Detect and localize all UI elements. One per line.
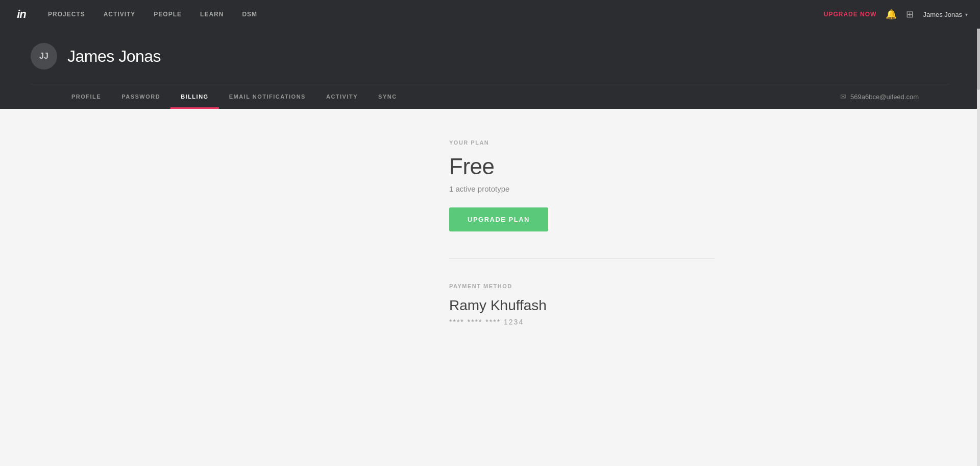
nav-projects[interactable]: PROJECTS <box>41 7 92 22</box>
tab-sync[interactable]: SYNC <box>368 84 407 109</box>
nav-activity[interactable]: ACTIVITY <box>96 7 143 22</box>
grid-icon[interactable]: ⊞ <box>906 9 914 20</box>
nav-right: UPGRADE NOW 🔔 ⊞ James Jonas ▾ <box>824 9 968 20</box>
payment-name: Ramy Khuffash <box>449 297 796 314</box>
your-plan-label: YOUR PLAN <box>449 139 796 146</box>
app-logo[interactable]: in <box>12 5 31 24</box>
email-address: 569a6bce@uifeed.com <box>850 93 919 101</box>
card-number: **** **** **** 1234 <box>449 318 796 326</box>
profile-name: James Jonas <box>67 47 161 66</box>
chevron-down-icon: ▾ <box>965 12 968 17</box>
user-name: James Jonas <box>923 11 962 18</box>
nav-dsm[interactable]: DSM <box>235 7 264 22</box>
avatar: JJ <box>31 43 57 69</box>
nav-learn[interactable]: LEARN <box>193 7 231 22</box>
notification-bell-icon[interactable]: 🔔 <box>886 9 897 20</box>
tab-password[interactable]: PASSWORD <box>111 84 170 109</box>
tab-activity[interactable]: ACTIVITY <box>316 84 368 109</box>
plan-description: 1 active prototype <box>449 184 796 193</box>
payment-method-section: PAYMENT METHOD Ramy Khuffash **** **** *… <box>449 283 796 326</box>
scrollbar[interactable] <box>977 29 980 357</box>
payment-method-label: PAYMENT METHOD <box>449 283 796 289</box>
tab-billing[interactable]: BILLING <box>170 84 219 109</box>
billing-content: YOUR PLAN Free 1 active prototype UPGRAD… <box>184 109 796 357</box>
email-icon: ✉ <box>840 92 846 101</box>
plan-name: Free <box>449 154 796 179</box>
profile-info: JJ James Jonas <box>31 43 949 84</box>
upgrade-now-link[interactable]: UPGRADE NOW <box>824 11 877 18</box>
your-plan-section: YOUR PLAN Free 1 active prototype UPGRAD… <box>449 139 796 231</box>
user-menu[interactable]: James Jonas ▾ <box>923 11 968 18</box>
profile-header: JJ James Jonas PROFILE PASSWORD BILLING … <box>0 29 980 109</box>
top-navigation: in PROJECTS ACTIVITY PEOPLE LEARN DSM UP… <box>0 0 980 29</box>
upgrade-plan-button[interactable]: UPGRADE PLAN <box>449 207 548 231</box>
profile-tabs: PROFILE PASSWORD BILLING EMAIL NOTIFICAT… <box>31 84 949 109</box>
profile-email: ✉ 569a6bce@uifeed.com <box>840 92 919 101</box>
nav-people[interactable]: PEOPLE <box>146 7 189 22</box>
scroll-thumb[interactable] <box>977 29 980 90</box>
nav-links: PROJECTS ACTIVITY PEOPLE LEARN DSM <box>41 7 824 22</box>
tab-profile[interactable]: PROFILE <box>61 84 111 109</box>
tab-email-notifications[interactable]: EMAIL NOTIFICATIONS <box>219 84 316 109</box>
section-divider <box>449 258 715 259</box>
